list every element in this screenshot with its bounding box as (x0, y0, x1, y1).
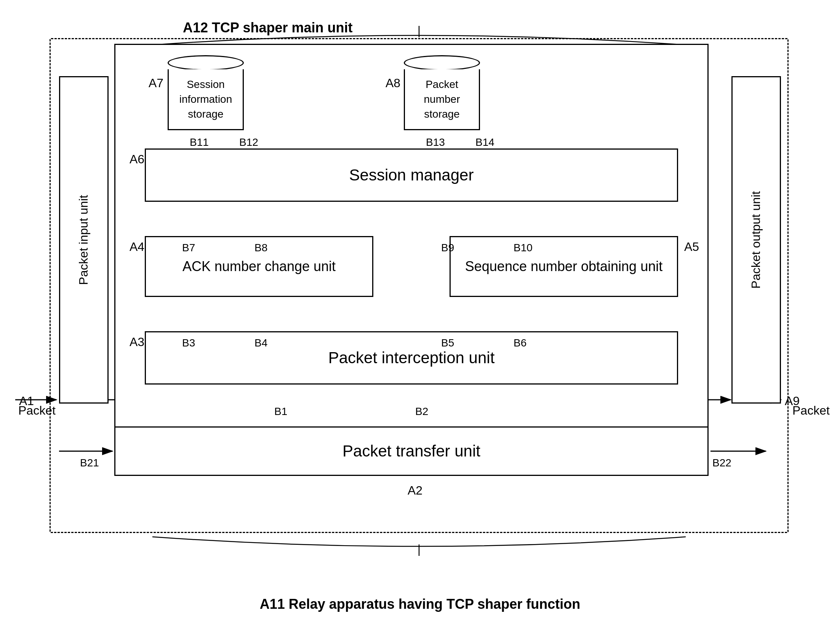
cylinder-body-packet: Packet number storage (404, 69, 480, 130)
label-b22: B22 (712, 457, 731, 469)
diagram-container: A12 TCP shaper main unit Packet input un… (0, 0, 840, 632)
label-a12: A12 TCP shaper main unit (183, 20, 352, 36)
label-b1: B1 (274, 405, 287, 418)
label-b3: B3 (182, 337, 195, 349)
label-a3: A3 (130, 335, 144, 349)
label-a5: A5 (684, 240, 699, 254)
packet-input-unit: Packet input unit (59, 76, 109, 404)
label-a2: A2 (408, 484, 422, 498)
label-b12: B12 (239, 136, 258, 148)
label-b2: B2 (415, 405, 428, 418)
label-a6: A6 (130, 152, 144, 166)
label-b13: B13 (426, 136, 445, 148)
label-a11: A11 Relay apparatus having TCP shaper fu… (260, 596, 581, 612)
label-a7: A7 (149, 76, 163, 90)
session-storage: Session information storage (168, 55, 244, 130)
packet-number-storage: Packet number storage (404, 55, 480, 130)
label-b10: B10 (514, 242, 533, 254)
label-b9: B9 (441, 242, 454, 254)
label-b8: B8 (254, 242, 267, 254)
packet-interception-box: Packet interception unit (145, 331, 678, 385)
seq-unit-box: Sequence number obtaining unit (450, 236, 678, 297)
packet-label-left: Packet (18, 404, 56, 418)
cylinder-top-packet (404, 55, 480, 70)
label-b6: B6 (514, 337, 526, 349)
cylinder-top-session (168, 55, 244, 70)
label-b14: B14 (475, 136, 494, 148)
packet-output-unit: Packet output unit (731, 76, 781, 404)
session-manager-box: Session manager (145, 148, 678, 202)
label-a8: A8 (386, 76, 400, 90)
label-a4: A4 (130, 240, 144, 254)
label-b4: B4 (254, 337, 267, 349)
cylinder-body-session: Session information storage (168, 69, 244, 130)
packet-transfer-box: Packet transfer unit (114, 426, 709, 476)
label-b7: B7 (182, 242, 195, 254)
label-b5: B5 (441, 337, 454, 349)
label-b11: B11 (190, 136, 209, 148)
packet-label-right: Packet (792, 404, 830, 418)
label-b21: B21 (80, 457, 99, 469)
